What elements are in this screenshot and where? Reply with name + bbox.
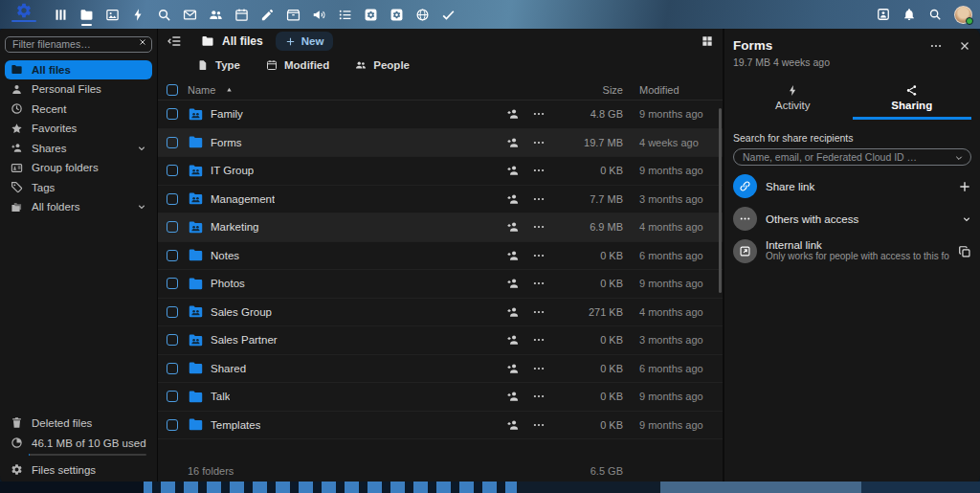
share-button-icon[interactable] xyxy=(506,390,520,403)
sidebar-toggle-icon[interactable] xyxy=(167,34,182,49)
row-checkbox[interactable] xyxy=(167,391,178,402)
breadcrumb[interactable]: All files xyxy=(201,34,263,48)
sidebar-item-tags[interactable]: Tags xyxy=(5,178,152,198)
sidebar-item-group-folders[interactable]: Group folders xyxy=(5,158,152,178)
row-menu-icon[interactable] xyxy=(532,333,546,347)
table-row[interactable]: Forms19.7 MB4 weeks ago xyxy=(158,129,723,158)
sidebar-item-all-files[interactable]: All files xyxy=(5,60,152,80)
row-menu-icon[interactable] xyxy=(532,220,546,234)
share-button-icon[interactable] xyxy=(506,192,520,206)
app-photos-icon[interactable] xyxy=(105,2,120,27)
view-grid-toggle-icon[interactable] xyxy=(701,34,714,48)
row-menu-icon[interactable] xyxy=(532,107,546,121)
copy-icon[interactable] xyxy=(958,245,971,258)
sidebar-item-favorites[interactable]: Favorites xyxy=(5,119,152,139)
row-checkbox[interactable] xyxy=(167,165,178,176)
app-app-box-gear-icon[interactable] xyxy=(390,2,404,27)
filter-chip-modified[interactable]: Modified xyxy=(266,59,329,71)
share-button-icon[interactable] xyxy=(506,107,520,121)
app-calendar-icon[interactable] xyxy=(234,2,249,27)
details-close-icon[interactable] xyxy=(958,39,971,53)
sidebar-item-deleted-files[interactable]: Deleted files xyxy=(5,413,152,433)
app-mail-icon[interactable] xyxy=(183,2,197,27)
row-checkbox[interactable] xyxy=(167,108,178,120)
app-announcements-icon[interactable] xyxy=(312,2,326,27)
table-row[interactable]: Photos0 KB9 months ago xyxy=(158,270,723,299)
app-files-icon[interactable] xyxy=(79,2,94,27)
sidebar-item-shares[interactable]: Shares xyxy=(5,139,152,159)
chevron-down-icon[interactable] xyxy=(962,214,971,224)
sidebar-item-all-folders[interactable]: All folders xyxy=(5,197,152,217)
column-modified[interactable]: Modified xyxy=(623,84,715,96)
table-row[interactable]: Templates0 KB9 months ago xyxy=(158,412,723,440)
sharing-row-share-link[interactable]: Share link xyxy=(733,174,971,198)
sidebar-item-recent[interactable]: Recent xyxy=(5,100,152,120)
row-checkbox[interactable] xyxy=(167,334,178,346)
row-menu-icon[interactable] xyxy=(532,249,546,262)
table-row[interactable]: Sales Partner0 KB3 months ago xyxy=(158,326,723,355)
sidebar-item-quota[interactable]: 46.1 MB of 10 GB used xyxy=(5,433,152,453)
row-checkbox[interactable] xyxy=(167,278,178,289)
details-menu-icon[interactable] xyxy=(929,39,943,53)
search-icon[interactable] xyxy=(928,8,942,21)
row-checkbox[interactable] xyxy=(167,193,178,205)
row-menu-icon[interactable] xyxy=(532,305,546,319)
share-button-icon[interactable] xyxy=(506,362,520,375)
share-button-icon[interactable] xyxy=(506,333,520,347)
column-size[interactable]: Size xyxy=(562,84,623,96)
sharing-row-internal-link[interactable]: Internal linkOnly works for people with … xyxy=(733,239,971,263)
row-menu-icon[interactable] xyxy=(532,277,546,290)
row-checkbox[interactable] xyxy=(167,306,178,318)
new-button[interactable]: New xyxy=(276,32,334,51)
tab-sharing[interactable]: Sharing xyxy=(853,80,972,120)
filter-chip-type[interactable]: Type xyxy=(197,59,240,71)
share-button-icon[interactable] xyxy=(506,136,520,149)
share-button-icon[interactable] xyxy=(506,418,520,432)
app-activity-icon[interactable] xyxy=(131,2,145,27)
app-search-icon[interactable] xyxy=(157,2,171,27)
vertical-scrollbar[interactable] xyxy=(719,108,722,293)
row-checkbox[interactable] xyxy=(167,250,178,261)
table-row[interactable]: Shared0 KB6 months ago xyxy=(158,355,723,384)
app-external-sites-icon[interactable] xyxy=(415,2,430,27)
filter-chip-people[interactable]: People xyxy=(355,59,410,71)
row-checkbox[interactable] xyxy=(167,419,178,431)
table-row[interactable]: Management7.7 MB3 months ago xyxy=(158,186,723,214)
plus-icon[interactable] xyxy=(958,180,971,193)
app-notes-icon[interactable] xyxy=(260,2,275,27)
table-row[interactable]: Talk0 KB9 months ago xyxy=(158,383,723,412)
table-row[interactable]: Family4.8 GB9 months ago xyxy=(158,101,723,129)
table-row[interactable]: Notes0 KB6 months ago xyxy=(158,242,723,271)
app-contacts-icon[interactable] xyxy=(209,2,223,27)
app-app-box-gear-icon[interactable] xyxy=(364,2,378,27)
app-checks-icon[interactable] xyxy=(441,2,456,27)
share-recipient-input[interactable]: Name, email, or Federated Cloud ID … xyxy=(733,148,971,166)
share-button-icon[interactable] xyxy=(506,164,520,177)
row-menu-icon[interactable] xyxy=(532,164,546,177)
row-menu-icon[interactable] xyxy=(532,418,546,432)
contacts-menu-icon[interactable] xyxy=(877,8,890,21)
share-button-icon[interactable] xyxy=(506,220,520,234)
row-menu-icon[interactable] xyxy=(532,136,546,149)
table-row[interactable]: Sales Group271 KB4 months ago xyxy=(158,299,723,327)
filter-clear-icon[interactable] xyxy=(138,37,147,47)
filter-filenames-input[interactable] xyxy=(5,36,152,53)
row-menu-icon[interactable] xyxy=(532,390,546,403)
chevron-down-icon[interactable] xyxy=(137,144,146,153)
bell-icon[interactable] xyxy=(902,8,916,21)
row-checkbox[interactable] xyxy=(167,221,178,233)
select-all-checkbox[interactable] xyxy=(167,84,178,96)
user-avatar[interactable] xyxy=(954,6,972,24)
table-row[interactable]: Marketing6.9 MB4 months ago xyxy=(158,213,723,242)
table-row[interactable]: IT Group0 KB9 months ago xyxy=(158,157,723,186)
sharing-row-others-with-access[interactable]: Others with access xyxy=(733,207,971,231)
row-menu-icon[interactable] xyxy=(532,192,546,206)
tab-activity[interactable]: Activity xyxy=(733,80,853,120)
sidebar-item-files-settings[interactable]: Files settings xyxy=(5,459,152,480)
row-checkbox[interactable] xyxy=(167,363,178,374)
share-button-icon[interactable] xyxy=(506,305,520,319)
row-menu-icon[interactable] xyxy=(532,362,546,375)
column-name[interactable]: Name xyxy=(188,84,506,96)
row-checkbox[interactable] xyxy=(167,137,178,148)
nextcloud-logo[interactable] xyxy=(10,2,38,27)
